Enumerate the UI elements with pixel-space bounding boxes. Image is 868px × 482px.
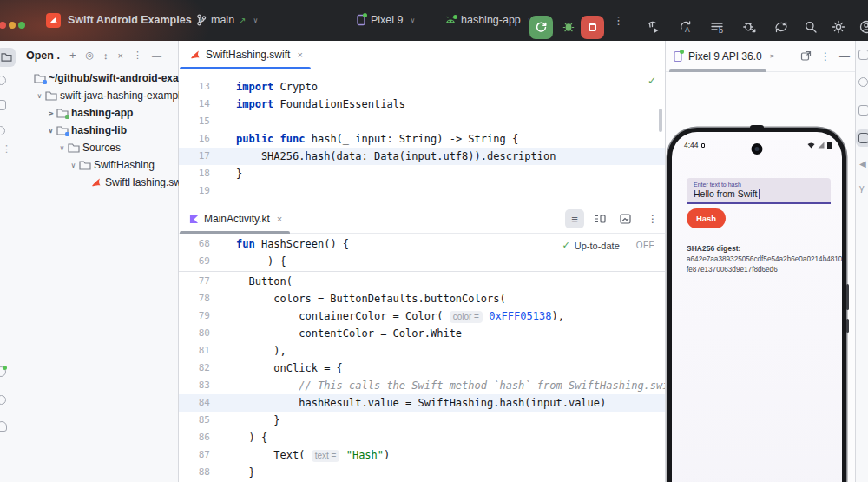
back-tool-button[interactable]: ◀	[859, 159, 866, 168]
hide-panel-icon[interactable]: —	[152, 50, 161, 61]
panel-options-icon[interactable]: ⋮	[133, 50, 142, 61]
panel-options-icon[interactable]: ⋮	[820, 50, 831, 63]
close-tab-icon[interactable]: ×	[297, 50, 302, 60]
inspections-ok-icon[interactable]: ✓	[648, 75, 656, 87]
tree-item-hashing-lib[interactable]: ∨hashing-lib	[16, 122, 178, 139]
line-number: 19	[179, 182, 236, 200]
gemini-tool-button[interactable]	[858, 77, 868, 87]
split-view-button[interactable]	[590, 209, 609, 228]
expand-icon[interactable]: ↕	[103, 50, 108, 61]
chevron-down-icon: ∨	[411, 17, 416, 24]
code-line-80[interactable]: 80 contentColor = Color.White	[179, 325, 665, 342]
hash-button[interactable]: Hash	[687, 208, 726, 228]
code-line-15[interactable]: 15	[179, 113, 665, 130]
project-selector[interactable]: Swift Android Examples ∨	[68, 14, 203, 26]
chevron-down-icon: ∨	[253, 17, 258, 24]
bookmarks-tool-button[interactable]	[0, 126, 5, 135]
code-line-17[interactable]: 17 SHA256.hash(data: Data(input.utf8)).d…	[179, 148, 665, 165]
tree-chevron-icon[interactable]: ∨	[45, 127, 56, 135]
ai-assistant-tool-button[interactable]	[0, 366, 6, 377]
minimize-window-button[interactable]	[9, 22, 16, 29]
power-button	[846, 319, 849, 333]
tab-mainactivity-kt[interactable]: MainActivity.kt ×	[179, 205, 291, 233]
gradle-sync-button[interactable]	[773, 20, 789, 34]
code-line-78[interactable]: 78 colors = ButtonDefaults.buttonColors(	[179, 290, 665, 307]
branch-selector[interactable]: main ↗ ∨	[196, 14, 258, 26]
code-line-16[interactable]: 16public func hash(_ input: String) -> S…	[179, 130, 665, 148]
code-line-83[interactable]: 83 // This calls the Swift method `hash`…	[179, 377, 665, 394]
editor-options-icon[interactable]: ⋮	[648, 213, 658, 225]
debug-button[interactable]	[562, 20, 575, 33]
code-view-button[interactable]: ≡	[565, 209, 584, 228]
code-line-77[interactable]: 77 Button(	[179, 273, 665, 290]
stop-button[interactable]	[581, 16, 604, 39]
code-line-87[interactable]: 87 Text( text = "Hash")	[179, 446, 665, 464]
search-button[interactable]	[804, 20, 818, 34]
hide-panel-icon[interactable]: —	[839, 50, 850, 63]
editor-scrollbar[interactable]	[659, 109, 662, 132]
code-line-18[interactable]: 18}	[179, 165, 665, 182]
zoom-window-button[interactable]	[18, 22, 25, 29]
attach-debugger-button[interactable]	[742, 20, 757, 34]
tree-chevron-icon[interactable]: ∨	[68, 162, 79, 169]
tab-swifthashing-swift[interactable]: SwiftHashing.swift ×	[179, 41, 312, 69]
build-tool-button[interactable]	[0, 421, 7, 432]
volume-button	[846, 284, 849, 310]
settings-button[interactable]	[832, 20, 845, 34]
code-line-81[interactable]: 81 ),	[179, 342, 665, 360]
stop-icon	[589, 23, 596, 31]
tree-item-github-swift-android-examples[interactable]: ~/github/swift-android-examples	[16, 69, 178, 87]
code-line-82[interactable]: 82 onClick = {	[179, 360, 665, 377]
code-line-69[interactable]: 69 ) {	[179, 253, 665, 270]
layout-inspector-tool-button[interactable]	[858, 105, 868, 116]
profile-button[interactable]	[859, 20, 868, 34]
left-tool-strip: ⋮	[0, 41, 16, 482]
code-line-85[interactable]: 85 }	[179, 412, 665, 429]
apply-changes-button[interactable]: A	[679, 20, 694, 34]
code-line-79[interactable]: 79 containerColor = Color( color = 0xFFF…	[179, 307, 665, 325]
code-line-14[interactable]: 14import FoundationEssentials	[179, 96, 665, 113]
code-line-86[interactable]: 86 ) {	[179, 429, 665, 446]
collapse-all-icon[interactable]: ×	[118, 50, 123, 61]
tree-chevron-icon[interactable]: ∨	[45, 109, 56, 117]
tree-chevron-icon[interactable]: ∨	[56, 144, 68, 152]
code-line-88[interactable]: 88 }	[179, 464, 665, 481]
project-view-selector[interactable]: Open .	[26, 50, 60, 62]
locate-file-icon[interactable]: ◎	[86, 50, 95, 61]
commit-tool-button[interactable]	[0, 76, 6, 85]
device-mirror-tool-button[interactable]	[858, 50, 868, 60]
code-line-84[interactable]: 84 hashResult.value = SwiftHashing.hash(…	[179, 394, 665, 412]
tree-chevron-icon[interactable]: ∨	[34, 92, 45, 100]
more-tools-button[interactable]: ⋮	[2, 143, 11, 155]
swift-editor[interactable]: ✓ 13import Crypto14import FoundationEsse…	[179, 69, 665, 205]
code-line-19[interactable]: 19	[179, 182, 665, 200]
close-window-button[interactable]	[0, 22, 6, 29]
phone-screen[interactable]: 4:44 Enter text to hash Hello from Swift	[672, 132, 842, 482]
kotlin-editor[interactable]: ✓ Up-to-date OFF 68fun HashScreen() {69 …	[179, 234, 665, 482]
run-more-button[interactable]: ⋮	[613, 14, 624, 27]
code-line-13[interactable]: 13import Crypto	[179, 78, 665, 96]
structure-tool-button[interactable]	[0, 100, 6, 110]
tree-item-swift-java-hashing-example[interactable]: ∨swift-java-hashing-example	[16, 87, 178, 104]
run-config-selector[interactable]: hashing-app ∨	[444, 14, 533, 26]
device-phone-icon	[356, 14, 366, 26]
build-button[interactable]	[648, 20, 662, 34]
folder-icon	[68, 142, 82, 153]
profiler-tool-button[interactable]: γ	[859, 182, 865, 193]
hash-input-field[interactable]: Enter text to hash Hello from Swift	[687, 178, 831, 204]
live-edit-toggle[interactable]: OFF	[636, 241, 654, 250]
tree-item-swifthashing[interactable]: ∨SwiftHashing	[16, 156, 178, 174]
tree-item-sources[interactable]: ∨Sources	[16, 139, 178, 156]
build-variants-button[interactable]: b	[710, 20, 725, 34]
design-view-button[interactable]	[615, 209, 635, 228]
tree-item-hashing-app[interactable]: ∨hashing-app	[16, 104, 178, 122]
device-tab-label[interactable]: Pixel 9 API 36.0	[688, 50, 762, 63]
open-in-window-icon[interactable]	[800, 50, 812, 62]
device-selector[interactable]: Pixel 9 ∨	[356, 14, 415, 26]
run-config-name: hashing-app	[461, 14, 521, 26]
tree-item-swifthashing-swift[interactable]: SwiftHashing.swift	[16, 174, 178, 191]
rerun-button[interactable]	[529, 16, 553, 39]
terminal-tool-button[interactable]	[0, 395, 6, 405]
add-icon[interactable]: +	[69, 49, 76, 62]
close-tab-icon[interactable]: ×	[277, 214, 282, 224]
